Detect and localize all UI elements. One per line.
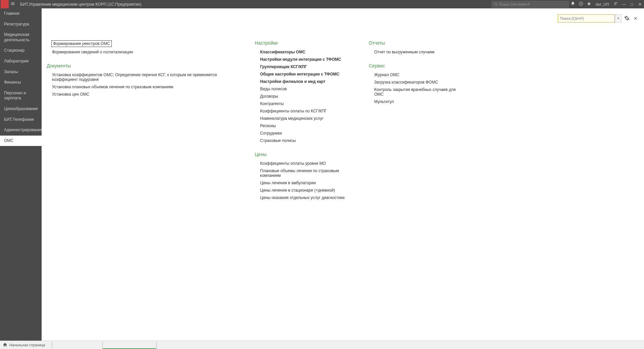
link-set-3[interactable]: Общие настройки интеграции с ТФОМС bbox=[255, 70, 355, 78]
bottom-tab-active[interactable] bbox=[103, 341, 156, 349]
app-title: БИТ.Управление медицинским центром КОРП … bbox=[20, 2, 141, 7]
link-form-hospitalization[interactable]: Формирование сведений о госпитализации bbox=[47, 48, 241, 56]
global-search-placeholder: Поиск Ctrl+Shift+F bbox=[499, 2, 530, 6]
home-icon[interactable] bbox=[3, 342, 7, 348]
link-set-8[interactable]: Коэффициенты оплаты по КСГ/КПГ bbox=[255, 107, 355, 115]
sidebar-item-laboratory[interactable]: Лаборатория bbox=[0, 56, 42, 67]
link-set-9[interactable]: Номенклатура медицинских услуг bbox=[255, 115, 355, 122]
link-set-5[interactable]: Виды полисов bbox=[255, 85, 355, 93]
sidebar-item-pricing[interactable]: Ценообразование bbox=[0, 104, 42, 114]
close-button[interactable]: ✕ bbox=[636, 2, 644, 7]
sidebar-item-registration[interactable]: Регистратура bbox=[0, 19, 42, 30]
section-reports: Отчеты bbox=[369, 40, 463, 46]
star-icon[interactable] bbox=[585, 1, 593, 7]
sidebar-item-hr[interactable]: Персонал и зарплата bbox=[0, 88, 42, 104]
titlebar: БИТ.Управление медицинским центром КОРП … bbox=[0, 0, 644, 8]
link-set-1[interactable]: Настройки модуля интеграции с ТФОМС bbox=[255, 56, 355, 63]
link-set-7[interactable]: Контрагенты bbox=[255, 100, 355, 107]
sidebar-item-stock[interactable]: Запасы bbox=[0, 67, 42, 78]
link-svc-1[interactable]: Загрузка классификаторов ФОМС bbox=[369, 79, 463, 86]
link-doc-0[interactable]: Установка коэффициентов ОМС; Определение… bbox=[47, 71, 241, 83]
sidebar: Главное Регистратура Медицинская деятель… bbox=[0, 8, 42, 341]
section-service: Сервис bbox=[369, 63, 463, 68]
maximize-button[interactable]: □ bbox=[628, 2, 636, 7]
link-svc-3[interactable]: Мультитул bbox=[369, 98, 463, 105]
bell-icon[interactable] bbox=[569, 1, 577, 7]
sidebar-item-hospital[interactable]: Стационар bbox=[0, 45, 42, 56]
link-set-2[interactable]: Группировщик КСГ/КПГ bbox=[255, 63, 355, 70]
link-doc-2[interactable]: Установка цен ОМС bbox=[47, 91, 241, 98]
link-price-1[interactable]: Плановые объемы лечения по страховым ком… bbox=[255, 167, 355, 179]
sidebar-item-oms[interactable]: ОМС bbox=[0, 136, 42, 146]
sidebar-item-telephony[interactable]: БИТ.Телефония bbox=[0, 114, 42, 125]
global-search[interactable]: Поиск Ctrl+Shift+F bbox=[492, 1, 569, 8]
content-search-input[interactable] bbox=[558, 14, 615, 22]
menu-button[interactable] bbox=[9, 1, 17, 7]
link-form-registers[interactable]: Формирование реестров ОМС bbox=[51, 40, 112, 47]
link-set-12[interactable]: Страховые полисы bbox=[255, 137, 355, 144]
history-icon[interactable] bbox=[577, 1, 585, 7]
section-prices: Цены bbox=[255, 152, 355, 157]
content-area: × ✕ Формирование реестров ОМС Формирован… bbox=[42, 8, 644, 341]
sidebar-item-medical[interactable]: Медицинская деятельность bbox=[0, 30, 42, 45]
link-report-0[interactable]: Отчет по выгруженным случаям bbox=[369, 48, 463, 56]
sidebar-item-admin[interactable]: Администрирование bbox=[0, 125, 42, 136]
link-set-0[interactable]: Классификаторы ОМС bbox=[255, 48, 355, 56]
link-set-4[interactable]: Настройки филиалов и мед карт bbox=[255, 78, 355, 85]
link-price-3[interactable]: Цены лечения в стационаре (+дневной) bbox=[255, 187, 355, 194]
close-panel-icon[interactable]: ✕ bbox=[632, 16, 639, 21]
sidebar-item-main[interactable]: Главное bbox=[0, 8, 42, 19]
link-svc-0[interactable]: Журнал ОМС bbox=[369, 71, 463, 79]
link-set-10[interactable]: Регионы bbox=[255, 122, 355, 130]
link-price-4[interactable]: Цены оказания отдельных услуг диагностик… bbox=[255, 194, 355, 201]
link-price-0[interactable]: Коэффициенты оплаты уровня МО bbox=[255, 160, 355, 167]
link-doc-1[interactable]: Установка плановых объемов лечения по ст… bbox=[47, 83, 241, 91]
settings-bars-icon[interactable] bbox=[612, 1, 620, 7]
logo-1c bbox=[1, 0, 9, 8]
section-settings: Настройки bbox=[255, 40, 355, 46]
content-search-clear[interactable]: × bbox=[615, 14, 622, 22]
link-svc-2[interactable]: Контроль закрытия врачебных случаев для … bbox=[369, 86, 463, 98]
bottom-bar: Начальная страница bbox=[0, 341, 644, 349]
user-label: бит_ОП bbox=[596, 2, 609, 6]
section-documents: Документы bbox=[47, 63, 241, 68]
link-set-6[interactable]: Договоры bbox=[255, 93, 355, 100]
home-label[interactable]: Начальная страница bbox=[9, 343, 45, 347]
link-set-11[interactable]: Сотрудники bbox=[255, 130, 355, 137]
link-price-2[interactable]: Цены лечения в амбулатории bbox=[255, 179, 355, 187]
sidebar-item-finance[interactable]: Финансы bbox=[0, 77, 42, 88]
minimize-button[interactable]: — bbox=[620, 2, 628, 7]
gear-icon[interactable] bbox=[624, 15, 630, 22]
